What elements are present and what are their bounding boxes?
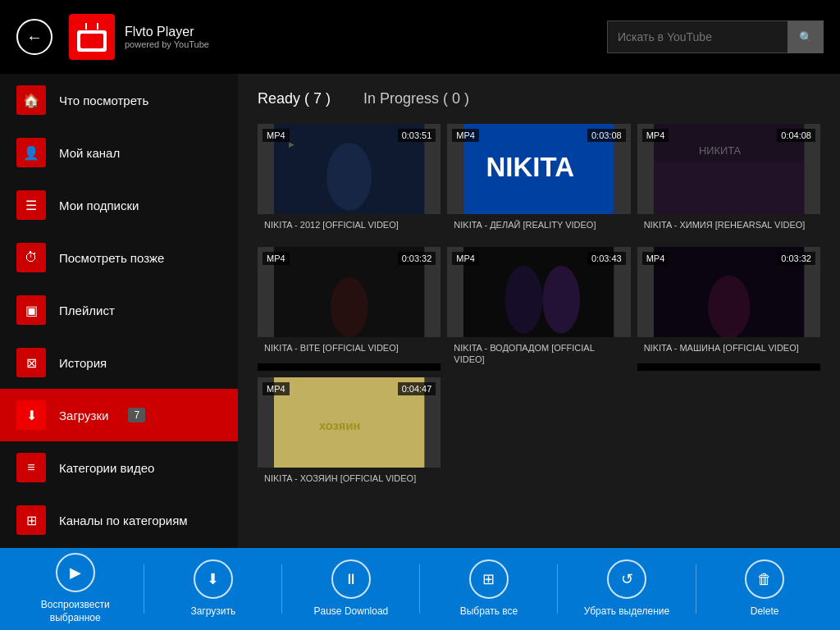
video-duration-7: 0:04:47: [398, 382, 436, 395]
logo-text: Flvto Player powered by YouTube: [125, 25, 209, 49]
video-grid: ▶ MP4 0:03:51 NIKITA - 2012 [OFFICIAL VI…: [258, 124, 820, 494]
sidebar-item-categories[interactable]: ≡ Категории видео: [0, 441, 238, 494]
divider-1: [144, 564, 144, 614]
search-icon: 🔍: [799, 31, 813, 43]
video-card-7[interactable]: хозяин MP4 0:04:47 NIKITA - ХОЗЯИН [OFFI…: [258, 377, 441, 494]
video-title-2: NIKITA - ДЕЛАЙ [REALITY VIDEO]: [447, 214, 630, 240]
logo-icon: [69, 14, 115, 60]
action-pause[interactable]: ⏸ Pause Download: [302, 559, 400, 619]
sidebar: 🏠 Что посмотреть 👤 Мой канал ☰ Мои подпи…: [0, 74, 238, 548]
video-card-5[interactable]: MP4 0:03:43 NIKITA - ВОДОПАДОМ [OFFICIAL…: [447, 247, 630, 371]
action-download[interactable]: ⬇ Загрузить: [164, 559, 262, 619]
badge-downloads: 7: [128, 408, 145, 422]
search-input[interactable]: [607, 21, 788, 53]
video-thumb-5: MP4 0:03:43: [447, 247, 630, 337]
action-label-pause: Pause Download: [314, 605, 389, 619]
search-area: 🔍: [607, 21, 824, 53]
video-title-3: NIKITA - ХИМИЯ [REHEARSAL VIDEO]: [637, 214, 820, 240]
sidebar-item-playlist[interactable]: ▣ Плейлист: [0, 284, 238, 336]
video-format-7: MP4: [262, 382, 290, 395]
divider-3: [419, 564, 420, 614]
video-card-2[interactable]: NIKITA MP4 0:03:08 NIKITA - ДЕЛАЙ [REALI…: [447, 124, 630, 240]
sidebar-label-downloads: Загрузки: [59, 409, 108, 422]
video-card-1[interactable]: ▶ MP4 0:03:51 NIKITA - 2012 [OFFICIAL VI…: [258, 124, 441, 240]
video-duration-5: 0:03:43: [587, 252, 626, 265]
logo-subtitle: powered by YouTube: [125, 39, 209, 49]
video-thumb-1: ▶ MP4 0:03:51: [258, 124, 441, 214]
sidebar-item-downloads[interactable]: ⬇ Загрузки 7: [0, 389, 238, 441]
action-play[interactable]: ▶ Воспроизвести выбранное: [26, 553, 125, 624]
video-format-4: MP4: [262, 252, 290, 265]
content: Ready ( 7 )In Progress ( 0 ) ▶ MP4 0:03:…: [238, 74, 840, 548]
video-format-6: MP4: [642, 252, 669, 265]
sidebar-icon-downloads: ⬇: [16, 400, 46, 430]
action-icon-download: ⬇: [194, 559, 233, 599]
action-label-download: Загрузить: [190, 605, 235, 619]
sidebar-item-home[interactable]: 🏠 Что посмотреть: [0, 74, 238, 126]
video-card-4[interactable]: MP4 0:03:32 NIKITA - BITE [OFFICIAL VIDE…: [258, 247, 441, 371]
video-thumb-7: хозяин MP4 0:04:47: [258, 377, 441, 468]
svg-text:▶: ▶: [289, 140, 294, 148]
action-label-play: Воспроизвести выбранное: [26, 599, 125, 624]
svg-text:НИКИТА: НИКИТА: [699, 144, 742, 157]
video-thumb-2: NIKITA MP4 0:03:08: [447, 124, 630, 214]
sidebar-icon-history: ⊠: [16, 348, 46, 377]
sidebar-icon-home: 🏠: [16, 85, 46, 115]
back-icon: ←: [26, 28, 43, 47]
action-label-selectall: Выбрать все: [460, 605, 518, 619]
sidebar-icon-channels: ⊞: [16, 505, 46, 535]
action-selectall[interactable]: ⊞ Выбрать все: [440, 559, 538, 619]
sidebar-label-categories: Категории видео: [59, 461, 154, 475]
sidebar-label-history: История: [59, 356, 107, 370]
sidebar-label-home: Что посмотреть: [59, 94, 148, 107]
svg-text:NIKITA: NIKITA: [486, 152, 575, 182]
sidebar-item-subscriptions[interactable]: ☰ Мои подписки: [0, 179, 238, 231]
action-icon-pause: ⏸: [331, 559, 371, 599]
sidebar-label-watchlater: Посмотреть позже: [59, 251, 164, 265]
sidebar-item-watchlater[interactable]: ⏱ Посмотреть позже: [0, 231, 238, 284]
svg-point-1: [326, 143, 372, 210]
action-delete[interactable]: 🗑 Delete: [715, 559, 814, 619]
video-title-5: NIKITA - ВОДОПАДОМ [OFFICIAL VIDEO]: [447, 337, 630, 371]
logo-title: Flvto Player: [125, 25, 209, 39]
svg-text:хозяин: хозяин: [319, 419, 360, 432]
sidebar-icon-channel: 👤: [16, 138, 46, 167]
search-button[interactable]: 🔍: [788, 21, 824, 53]
sidebar-icon-subscriptions: ☰: [16, 190, 46, 220]
sidebar-item-history[interactable]: ⊠ История: [0, 336, 238, 389]
video-thumb-6: MP4 0:03:32: [637, 247, 820, 337]
tab-inprogress[interactable]: In Progress ( 0 ): [363, 90, 469, 107]
video-title-1: NIKITA - 2012 [OFFICIAL VIDEO]: [258, 214, 441, 240]
logo-area: Flvto Player powered by YouTube: [69, 14, 209, 60]
svg-point-12: [543, 266, 581, 334]
video-format-1: MP4: [262, 129, 290, 142]
sidebar-icon-categories: ≡: [16, 453, 46, 482]
video-duration-2: 0:03:08: [587, 129, 626, 142]
video-thumb-3: НИКИТА MP4 0:04:08: [637, 124, 820, 214]
action-deselect[interactable]: ↺ Убрать выделение: [578, 559, 676, 619]
sidebar-item-channel[interactable]: 👤 Мой канал: [0, 126, 238, 179]
back-button[interactable]: ←: [16, 19, 52, 55]
svg-point-14: [708, 276, 750, 337]
video-duration-4: 0:03:32: [398, 252, 436, 265]
video-format-5: MP4: [452, 252, 479, 265]
video-title-7: NIKITA - ХОЗЯИН [OFFICIAL VIDEO]: [258, 468, 441, 494]
svg-point-9: [331, 277, 368, 337]
action-icon-selectall: ⊞: [469, 559, 509, 599]
video-duration-3: 0:04:08: [777, 129, 815, 142]
tabs: Ready ( 7 )In Progress ( 0 ): [258, 90, 820, 107]
video-title-6: NIKITA - МАШИНА [OFFICIAL VIDEO]: [637, 337, 820, 363]
divider-4: [557, 564, 558, 614]
sidebar-item-channels[interactable]: ⊞ Каналы по категориям: [0, 494, 238, 546]
sidebar-label-subscriptions: Мои подписки: [59, 199, 139, 212]
video-duration-6: 0:03:32: [777, 252, 815, 265]
tab-ready[interactable]: Ready ( 7 ): [258, 90, 331, 107]
divider-5: [696, 564, 696, 614]
bottom-bar: ▶ Воспроизвести выбранное ⬇ Загрузить ⏸ …: [0, 548, 840, 630]
action-icon-play: ▶: [56, 553, 95, 592]
action-label-delete: Delete: [751, 605, 779, 619]
sidebar-label-channels: Каналы по категориям: [59, 514, 188, 527]
video-card-6[interactable]: MP4 0:03:32 NIKITA - МАШИНА [OFFICIAL VI…: [637, 247, 820, 371]
video-card-3[interactable]: НИКИТА MP4 0:04:08 NIKITA - ХИМИЯ [REHEA…: [637, 124, 820, 240]
sidebar-label-playlist: Плейлист: [59, 304, 115, 317]
